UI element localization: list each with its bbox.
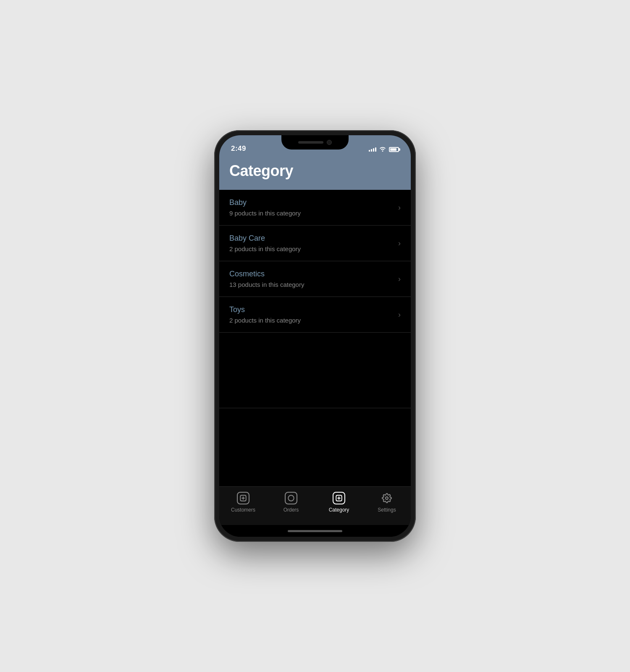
orders-icon	[285, 492, 297, 504]
tab-customers[interactable]: Customers	[219, 492, 267, 513]
svg-point-3	[386, 497, 388, 499]
tab-bar: Customers Orders Category	[219, 486, 411, 525]
home-indicator	[219, 525, 411, 537]
status-icons	[369, 146, 399, 153]
chevron-right-icon: ›	[398, 203, 401, 212]
signal-icon	[369, 147, 376, 152]
tab-category[interactable]: Category	[315, 492, 363, 513]
notch	[281, 135, 349, 150]
category-count: 13 poducts in this category	[229, 281, 398, 288]
category-list: Baby 9 poducts in this category › Baby C…	[219, 190, 411, 333]
status-time: 2:49	[231, 144, 246, 153]
category-item-cosmetics[interactable]: Cosmetics 13 poducts in this category ›	[219, 261, 411, 297]
empty-space	[219, 333, 411, 408]
page-header: Category	[219, 155, 411, 190]
tab-customers-label: Customers	[231, 507, 255, 513]
tab-orders-label: Orders	[284, 507, 299, 513]
notch-camera	[327, 140, 332, 145]
chevron-right-icon: ›	[398, 239, 401, 248]
category-item-baby-care[interactable]: Baby Care 2 poducts in this category ›	[219, 226, 411, 261]
phone-screen: 2:49 Category	[219, 135, 411, 537]
category-item-toys[interactable]: Toys 2 poducts in this category ›	[219, 297, 411, 333]
category-count: 2 poducts in this category	[229, 317, 398, 324]
battery-icon	[389, 147, 399, 152]
tab-settings-label: Settings	[378, 507, 396, 513]
category-name: Baby	[229, 198, 398, 207]
category-info: Toys 2 poducts in this category	[229, 305, 398, 324]
tab-orders[interactable]: Orders	[267, 492, 315, 513]
tab-category-label: Category	[329, 507, 349, 513]
chevron-right-icon: ›	[398, 275, 401, 284]
category-info: Baby Care 2 poducts in this category	[229, 234, 398, 252]
home-pill	[288, 530, 342, 532]
category-name: Baby Care	[229, 234, 398, 243]
settings-icon	[381, 492, 393, 504]
category-count: 9 poducts in this category	[229, 210, 398, 217]
category-item-baby[interactable]: Baby 9 poducts in this category ›	[219, 190, 411, 226]
notch-pill	[298, 141, 323, 144]
category-icon	[333, 492, 345, 504]
wifi-icon	[379, 146, 386, 153]
category-name: Cosmetics	[229, 270, 398, 278]
tab-settings[interactable]: Settings	[363, 492, 411, 513]
customers-icon	[237, 492, 249, 504]
category-info: Baby 9 poducts in this category	[229, 198, 398, 217]
status-bar: 2:49	[219, 135, 411, 155]
svg-point-1	[288, 495, 294, 501]
chevron-right-icon: ›	[398, 310, 401, 319]
category-name: Toys	[229, 305, 398, 314]
phone-frame: 2:49 Category	[214, 130, 416, 542]
page-title: Category	[229, 162, 401, 180]
category-count: 2 poducts in this category	[229, 245, 398, 252]
category-info: Cosmetics 13 poducts in this category	[229, 270, 398, 288]
content-area: Baby 9 poducts in this category › Baby C…	[219, 190, 411, 486]
